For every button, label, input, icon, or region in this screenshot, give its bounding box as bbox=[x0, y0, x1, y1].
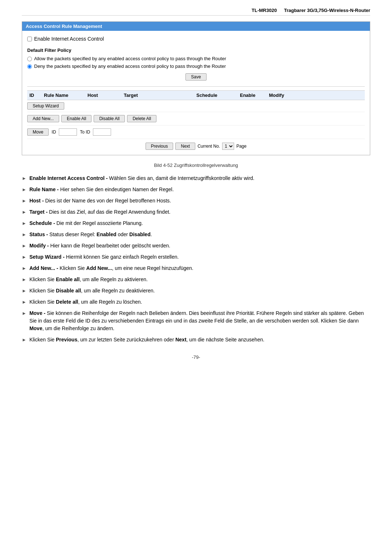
arrow-icon-1: ► bbox=[22, 175, 26, 182]
bullet-modify: ► Modify - Hier kann die Regel bearbeite… bbox=[22, 242, 370, 250]
enable-all-button[interactable]: Enable All bbox=[61, 115, 91, 122]
page-header: TL-MR3020 Tragbarer 3G/3,75G-Wireless-N-… bbox=[22, 7, 370, 16]
arrow-icon-2: ► bbox=[22, 186, 26, 193]
figure-caption: Bild 4-52 Zugriffskontrollregelverwaltun… bbox=[22, 163, 370, 168]
arrow-icon-10: ► bbox=[22, 276, 26, 283]
bullet-rulename: ► Rule Name - Hier sehen Sie den eindeut… bbox=[22, 186, 370, 193]
page-label: Page bbox=[236, 144, 246, 149]
previous-button[interactable]: Previous bbox=[146, 143, 173, 150]
enable-internet-access-checkbox[interactable] bbox=[27, 37, 32, 41]
bullet-prevnext: ► Klicken Sie Previous, um zur letzten S… bbox=[22, 336, 370, 344]
access-control-panel: Access Control Rule Management Enable In… bbox=[22, 21, 370, 155]
id-label: ID bbox=[52, 130, 56, 135]
device-model: TL-MR3020 bbox=[252, 8, 277, 13]
arrow-icon-9: ► bbox=[22, 265, 26, 272]
allow-radio-row: Allow the packets specified by any enabl… bbox=[27, 56, 365, 61]
enable-internet-access-label: Enable Internet Access Control bbox=[34, 36, 104, 42]
col-schedule: Schedule bbox=[194, 93, 238, 98]
bullet-wizard: ► Setup Wizard - Hiermit können Sie ganz… bbox=[22, 253, 370, 261]
bullet-schedule: ► Schedule - Die mit der Regel assoziier… bbox=[22, 219, 370, 227]
bullet-disableall: ► Klicken Sie Disable all, um alle Regel… bbox=[22, 287, 370, 295]
bullet-target: ► Target - Dies ist das Ziel, auf das di… bbox=[22, 208, 370, 216]
arrow-icon-4: ► bbox=[22, 209, 26, 216]
bullet-prevnext-text: Klicken Sie Previous, um zur letzten Sei… bbox=[29, 336, 265, 344]
bullet-modify-text: Modify - Hier kann die Regel bearbeitet … bbox=[29, 242, 170, 250]
panel-title: Access Control Rule Management bbox=[22, 22, 370, 31]
bullet-enableall-text: Klicken Sie Enable all, um alle Regeln z… bbox=[29, 276, 148, 283]
table-header: ID Rule Name Host Target Schedule Enable… bbox=[27, 90, 365, 100]
bullet-move: ► Move - Sie können die Reihenfolge der … bbox=[22, 309, 370, 332]
deny-radio-row: Deny the packets specified by any enable… bbox=[27, 63, 365, 69]
nav-row: Previous Next Current No. 1 Page bbox=[27, 139, 365, 151]
save-row: Save bbox=[27, 73, 365, 81]
bullet-move-text: Move - Sie können die Reihenfolge der Re… bbox=[29, 309, 370, 332]
move-id-input[interactable] bbox=[59, 128, 77, 136]
panel-body: Enable Internet Access Control Default F… bbox=[22, 31, 370, 155]
description-list: ► Enable Internet Access Control - Wähle… bbox=[22, 175, 370, 344]
bullet-deleteall-text: Klicken Sie Delete all, um alle Regeln z… bbox=[29, 298, 142, 306]
col-id: ID bbox=[27, 93, 42, 98]
col-enable: Enable bbox=[238, 93, 267, 98]
arrow-icon-5: ► bbox=[22, 220, 26, 227]
page-select[interactable]: 1 bbox=[222, 143, 234, 150]
move-to-id-input[interactable] bbox=[93, 128, 111, 136]
allow-radio[interactable] bbox=[27, 57, 32, 61]
move-row: Move ID To ID bbox=[27, 126, 365, 139]
col-modify: Modify bbox=[267, 93, 296, 98]
bullet-status: ► Status - Status dieser Regel: Enabled … bbox=[22, 231, 370, 238]
bullet-disableall-text: Klicken Sie Disable all, um alle Regeln … bbox=[29, 287, 155, 295]
add-new-button[interactable]: Add New... bbox=[27, 115, 59, 122]
bullet-enableall: ► Klicken Sie Enable all, um alle Regeln… bbox=[22, 276, 370, 283]
to-id-label: To ID bbox=[80, 130, 90, 135]
bullet-rulename-text: Rule Name - Hier sehen Sie den eindeutig… bbox=[29, 186, 174, 193]
bullet-addnew-text: Add New... - Klicken Sie Add New..., um … bbox=[29, 264, 193, 272]
bullet-host-text: Host - Dies ist der Name des von der Reg… bbox=[29, 197, 171, 205]
allow-radio-label: Allow the packets specified by any enabl… bbox=[34, 56, 226, 61]
col-target: Target bbox=[122, 93, 194, 98]
col-host: Host bbox=[85, 93, 122, 98]
move-button[interactable]: Move bbox=[27, 128, 49, 136]
bullet-schedule-text: Schedule - Die mit der Regel assoziierte… bbox=[29, 219, 143, 227]
delete-all-button[interactable]: Delete All bbox=[127, 115, 156, 122]
arrow-icon-6: ► bbox=[22, 231, 26, 238]
arrow-icon-8: ► bbox=[22, 254, 26, 261]
save-button[interactable]: Save bbox=[185, 73, 206, 81]
bullet-deleteall: ► Klicken Sie Delete all, um alle Regeln… bbox=[22, 298, 370, 306]
bullet-enable-text: Enable Internet Access Control - Wählen … bbox=[29, 175, 254, 182]
divider1 bbox=[27, 86, 365, 87]
disable-all-button[interactable]: Disable All bbox=[94, 115, 125, 122]
bullet-status-text: Status - Status dieser Regel: Enabled od… bbox=[29, 231, 152, 238]
arrow-icon-13: ► bbox=[22, 310, 26, 317]
page-title: Tragbarer 3G/3,75G-Wireless-N-Router bbox=[284, 8, 370, 13]
deny-radio-label: Deny the packets specified by any enable… bbox=[34, 63, 226, 69]
deny-radio[interactable] bbox=[27, 64, 32, 69]
bullet-host: ► Host - Dies ist der Name des von der R… bbox=[22, 197, 370, 205]
bullet-enable: ► Enable Internet Access Control - Wähle… bbox=[22, 175, 370, 182]
arrow-icon-7: ► bbox=[22, 242, 26, 250]
filter-policy-title: Default Filter Policy bbox=[27, 48, 365, 53]
arrow-icon-12: ► bbox=[22, 299, 26, 306]
arrow-icon-3: ► bbox=[22, 197, 26, 205]
bullet-target-text: Target - Dies ist das Ziel, auf das die … bbox=[29, 208, 171, 216]
setup-wizard-row: Setup Wizard bbox=[27, 100, 365, 112]
bullet-wizard-text: Setup Wizard - Hiermit können Sie ganz e… bbox=[29, 253, 179, 261]
enable-row: Enable Internet Access Control bbox=[27, 36, 365, 42]
bullet-addnew: ► Add New... - Klicken Sie Add New..., u… bbox=[22, 264, 370, 272]
arrow-icon-14: ► bbox=[22, 336, 26, 344]
setup-wizard-button[interactable]: Setup Wizard bbox=[27, 102, 64, 110]
page-number: -79- bbox=[22, 354, 370, 360]
next-button[interactable]: Next bbox=[175, 143, 195, 150]
col-rule-name: Rule Name bbox=[42, 93, 85, 98]
arrow-icon-11: ► bbox=[22, 287, 26, 295]
current-no-label: Current No. bbox=[197, 144, 220, 149]
action-buttons-row: Add New... Enable All Disable All Delete… bbox=[27, 112, 365, 126]
